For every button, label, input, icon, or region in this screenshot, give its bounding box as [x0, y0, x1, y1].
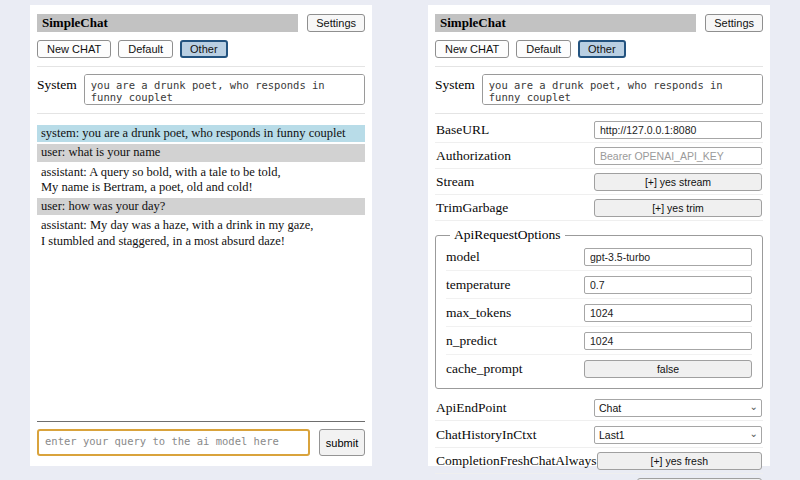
api-request-options-group: ApiRequestOptions model temperature max_… [435, 227, 763, 389]
submit-button[interactable]: submit [319, 429, 365, 456]
system-prompt-input[interactable]: you are a drunk poet, who responds in fu… [482, 74, 763, 105]
setting-row-completioninsertstandardroleprefix: CompletionInsertStandardRolePrefix [-] d… [435, 474, 763, 480]
settings-panel: SimpleChat Settings New CHAT Default Oth… [428, 5, 770, 466]
new-chat-button[interactable]: New CHAT [37, 40, 111, 58]
cache-prompt-label: cache_prompt [446, 361, 522, 377]
model-input[interactable] [584, 248, 752, 266]
session-tabs: New CHAT Default Other [435, 40, 763, 58]
completionfreshchatalways-label: CompletionFreshChatAlways [436, 453, 597, 469]
setting-row-chathistoryinctxt: ChatHistoryInCtxt Last1 ⌄ [435, 421, 763, 448]
setting-row-stream: Stream [+] yes stream [435, 169, 763, 195]
setting-row-authorization: Authorization [435, 143, 763, 169]
header: SimpleChat Settings [37, 14, 365, 32]
setting-row-cache-prompt: cache_prompt false [446, 355, 752, 382]
query-area: submit [37, 421, 365, 456]
apiendpoint-select[interactable]: Chat [594, 399, 762, 417]
system-prompt-row: System you are a drunk poet, who respond… [37, 74, 365, 105]
model-label: model [446, 249, 480, 265]
app-title: SimpleChat [435, 14, 696, 32]
chat-message-user: user: what is your name [37, 144, 365, 161]
app-title: SimpleChat [37, 14, 298, 32]
stream-toggle-button[interactable]: [+] yes stream [594, 173, 762, 191]
chat-message-list: system: you are a drunk poet, who respon… [37, 125, 365, 252]
stream-label: Stream [436, 174, 474, 190]
system-prompt-input[interactable]: you are a drunk poet, who responds in fu… [84, 74, 365, 105]
temperature-label: temperature [446, 277, 510, 293]
session-tab-other[interactable]: Other [578, 40, 626, 58]
baseurl-label: BaseURL [436, 122, 489, 138]
api-request-options-legend: ApiRequestOptions [450, 227, 565, 243]
session-tab-default[interactable]: Default [118, 40, 173, 58]
divider [435, 113, 763, 114]
header: SimpleChat Settings [435, 14, 763, 32]
completionfreshchatalways-toggle-button[interactable]: [+] yes fresh [597, 452, 763, 470]
divider [435, 66, 763, 67]
trimgarbage-label: TrimGarbage [436, 200, 508, 216]
chat-panel: SimpleChat Settings New CHAT Default Oth… [30, 5, 372, 466]
authorization-label: Authorization [436, 148, 511, 164]
system-label: System [37, 74, 77, 93]
settings-button[interactable]: Settings [307, 14, 365, 32]
divider [37, 421, 365, 422]
authorization-input[interactable] [594, 147, 762, 165]
setting-row-trimgarbage: TrimGarbage [+] yes trim [435, 195, 763, 221]
max-tokens-label: max_tokens [446, 305, 511, 321]
session-tab-other[interactable]: Other [180, 40, 228, 58]
new-chat-button[interactable]: New CHAT [435, 40, 509, 58]
baseurl-input[interactable] [594, 121, 762, 139]
trimgarbage-toggle-button[interactable]: [+] yes trim [594, 199, 762, 217]
chat-message-assistant: assistant: A query so bold, with a tale … [37, 164, 365, 197]
cache-prompt-toggle-button[interactable]: false [584, 360, 752, 378]
setting-row-baseurl: BaseURL [435, 117, 763, 143]
setting-row-temperature: temperature [446, 271, 752, 299]
system-label: System [435, 74, 475, 93]
max-tokens-input[interactable] [584, 304, 752, 322]
session-tab-default[interactable]: Default [516, 40, 571, 58]
settings-form: BaseURL Authorization Stream [+] yes str… [435, 117, 763, 480]
setting-row-model: model [446, 243, 752, 271]
system-prompt-row: System you are a drunk poet, who respond… [435, 74, 763, 105]
settings-button[interactable]: Settings [705, 14, 763, 32]
setting-row-apiendpoint: ApiEndPoint Chat ⌄ [435, 394, 763, 421]
setting-row-max-tokens: max_tokens [446, 299, 752, 327]
session-tabs: New CHAT Default Other [37, 40, 365, 58]
chathistoryinctxt-select[interactable]: Last1 [594, 426, 762, 444]
chat-message-system: system: you are a drunk poet, who respon… [37, 125, 365, 142]
chathistoryinctxt-label: ChatHistoryInCtxt [436, 427, 537, 443]
chat-message-assistant: assistant: My day was a haze, with a dri… [37, 217, 365, 250]
n-predict-label: n_predict [446, 333, 497, 349]
divider [37, 66, 365, 67]
apiendpoint-label: ApiEndPoint [436, 400, 507, 416]
query-input[interactable] [37, 429, 310, 456]
temperature-input[interactable] [584, 276, 752, 294]
n-predict-input[interactable] [584, 332, 752, 350]
chat-message-user: user: how was your day? [37, 198, 365, 215]
divider [37, 113, 365, 114]
setting-row-n-predict: n_predict [446, 327, 752, 355]
setting-row-completionfreshchatalways: CompletionFreshChatAlways [+] yes fresh [435, 448, 763, 474]
